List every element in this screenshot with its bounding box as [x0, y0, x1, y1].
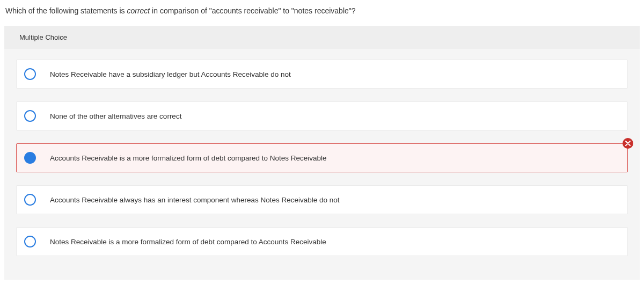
- question-text: Which of the following statements is cor…: [0, 0, 644, 26]
- option-text: Accounts Receivable always has an intere…: [50, 196, 340, 204]
- option-card[interactable]: Notes Receivable is a more formalized fo…: [16, 227, 628, 256]
- options-list: Notes Receivable have a subsidiary ledge…: [4, 49, 640, 256]
- radio-button[interactable]: [24, 236, 36, 247]
- option-text: None of the other alternatives are corre…: [50, 112, 181, 120]
- option-row: Notes Receivable have a subsidiary ledge…: [16, 60, 628, 89]
- question-italic: correct: [127, 6, 150, 15]
- option-row: Accounts Receivable always has an intere…: [16, 185, 628, 214]
- option-row: Accounts Receivable is a more formalized…: [16, 143, 628, 172]
- option-text: Notes Receivable is a more formalized fo…: [50, 238, 326, 246]
- option-card-selected-wrong[interactable]: Accounts Receivable is a more formalized…: [16, 143, 628, 172]
- multiple-choice-panel: Multiple Choice Notes Receivable have a …: [4, 26, 640, 280]
- question-prefix: Which of the following statements is: [5, 6, 127, 15]
- radio-button[interactable]: [24, 68, 36, 80]
- option-card[interactable]: Accounts Receivable always has an intere…: [16, 185, 628, 214]
- radio-button[interactable]: [24, 194, 36, 206]
- option-text: Notes Receivable have a subsidiary ledge…: [50, 70, 291, 78]
- option-card[interactable]: None of the other alternatives are corre…: [16, 101, 628, 130]
- radio-button[interactable]: [24, 110, 36, 122]
- option-card[interactable]: Notes Receivable have a subsidiary ledge…: [16, 60, 628, 89]
- panel-label: Multiple Choice: [4, 26, 640, 49]
- option-row: Notes Receivable is a more formalized fo…: [16, 227, 628, 256]
- question-suffix: in comparison of "accounts receivable" t…: [150, 6, 355, 15]
- option-row: None of the other alternatives are corre…: [16, 101, 628, 130]
- wrong-icon: [623, 138, 633, 149]
- option-text: Accounts Receivable is a more formalized…: [50, 154, 327, 162]
- radio-button-selected[interactable]: [24, 152, 36, 164]
